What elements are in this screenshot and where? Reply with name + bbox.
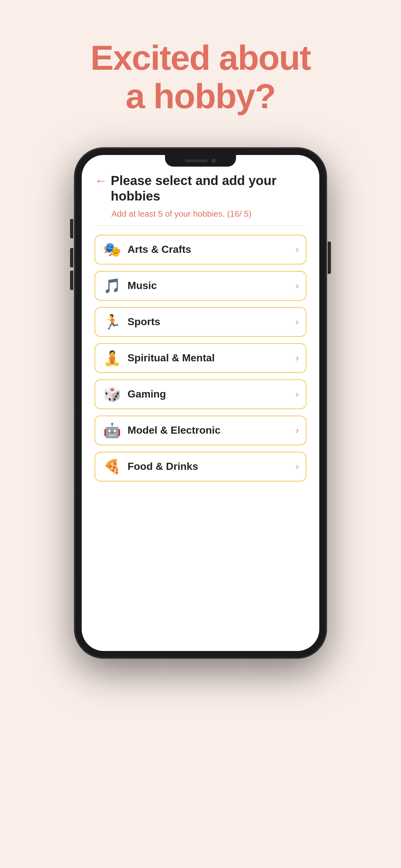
hobby-item-model-electronic[interactable]: 🤖Model & Electronic› <box>95 415 306 445</box>
hobby-label-spiritual-mental: Spiritual & Mental <box>127 352 296 364</box>
hobby-label-music: Music <box>127 280 296 291</box>
hobby-emoji-gaming: 🎲 <box>102 386 122 403</box>
hobby-chevron-food-drinks: › <box>296 461 299 472</box>
hobby-chevron-spiritual-mental: › <box>296 353 299 363</box>
back-header: ← Please select and add your hobbies <box>95 173 306 204</box>
hobby-chevron-sports: › <box>296 317 299 327</box>
hobby-emoji-food-drinks: 🍕 <box>102 458 122 475</box>
divider <box>95 225 306 226</box>
hobby-chevron-gaming: › <box>296 389 299 399</box>
hobby-item-spiritual-mental[interactable]: 🧘Spiritual & Mental› <box>95 343 306 373</box>
hobby-label-model-electronic: Model & Electronic <box>127 424 296 436</box>
screen-title: Please select and add your hobbies <box>111 173 306 204</box>
hobby-emoji-arts-crafts: 🎭 <box>102 241 122 258</box>
hobby-label-gaming: Gaming <box>127 388 296 400</box>
page-title: Excited about a hobby? <box>90 39 311 116</box>
hobby-label-food-drinks: Food & Drinks <box>127 461 296 472</box>
hobby-item-gaming[interactable]: 🎲Gaming› <box>95 379 306 409</box>
hobby-label-sports: Sports <box>127 316 296 328</box>
hobby-item-arts-crafts[interactable]: 🎭Arts & Crafts› <box>95 235 306 265</box>
hobby-chevron-arts-crafts: › <box>296 244 299 255</box>
notch <box>165 155 236 166</box>
hobby-emoji-sports: 🏃 <box>102 314 122 330</box>
hobby-label-arts-crafts: Arts & Crafts <box>127 244 296 255</box>
hobby-emoji-model-electronic: 🤖 <box>102 422 122 439</box>
notch-speaker <box>185 159 208 162</box>
notch-camera <box>212 159 216 163</box>
hobby-list: 🎭Arts & Crafts›🎵Music›🏃Sports›🧘Spiritual… <box>95 235 306 482</box>
back-arrow-icon[interactable]: ← <box>95 174 107 187</box>
hobby-emoji-spiritual-mental: 🧘 <box>102 350 122 367</box>
phone-frame: ← Please select and add your hobbies Add… <box>74 148 327 658</box>
hobby-chevron-model-electronic: › <box>296 425 299 436</box>
screen-content: ← Please select and add your hobbies Add… <box>82 155 319 651</box>
phone-shell: ← Please select and add your hobbies Add… <box>74 148 327 658</box>
hobby-item-food-drinks[interactable]: 🍕Food & Drinks› <box>95 452 306 482</box>
subtitle-text: Add at least 5 of your hobbies. (16/ 5) <box>112 209 306 219</box>
hobby-emoji-music: 🎵 <box>102 277 122 294</box>
phone-screen: ← Please select and add your hobbies Add… <box>82 155 319 651</box>
hobby-chevron-music: › <box>296 281 299 291</box>
hobby-item-sports[interactable]: 🏃Sports› <box>95 307 306 337</box>
hobby-item-music[interactable]: 🎵Music› <box>95 271 306 301</box>
